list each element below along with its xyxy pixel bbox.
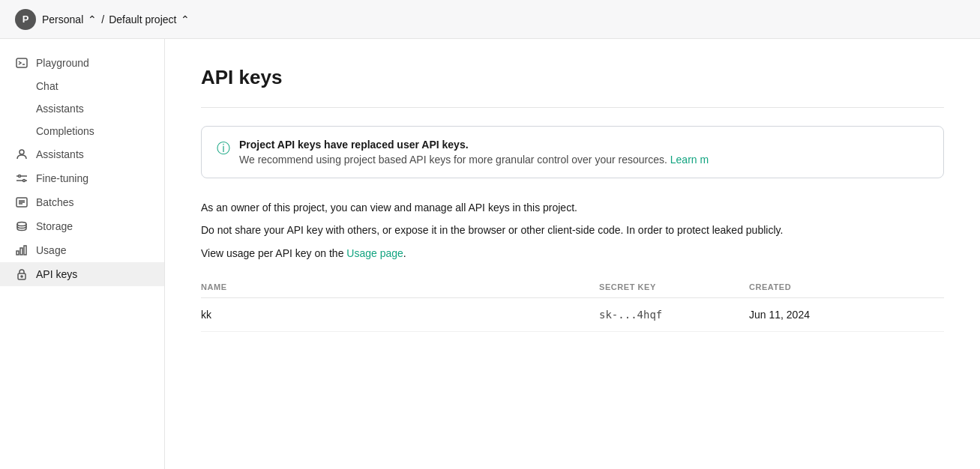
sidebar-item-label: Assistants: [36, 148, 84, 160]
desc-line-3: View usage per API key on the Usage page…: [201, 245, 944, 261]
col-created: CREATED: [749, 282, 884, 291]
info-icon: ⓘ: [217, 139, 230, 166]
row-created: Jun 11, 2024: [749, 309, 884, 321]
sidebar-item-label: Storage: [36, 220, 73, 232]
top-bar: P Personal ⌃ / Default project ⌃: [0, 0, 980, 39]
sidebar-item-assistants[interactable]: Assistants: [0, 142, 164, 166]
sidebar-item-api-keys[interactable]: API keys: [0, 262, 164, 286]
svg-point-6: [23, 180, 25, 182]
storage-icon: [15, 220, 28, 233]
svg-rect-15: [20, 248, 22, 255]
svg-rect-17: [18, 273, 25, 279]
workspace-name[interactable]: Personal: [42, 13, 83, 25]
col-name: NAME: [201, 282, 599, 291]
sidebar-item-playground[interactable]: Playground: [0, 51, 164, 75]
sidebar-item-label: Fine-tuning: [36, 172, 88, 184]
breadcrumb-separator: /: [101, 13, 104, 25]
sidebar-item-completions[interactable]: Completions: [0, 120, 164, 142]
svg-rect-14: [16, 251, 19, 255]
workspace-avatar: P: [15, 9, 36, 30]
sidebar-item-label: Completions: [36, 125, 94, 137]
sidebar-item-usage[interactable]: Usage: [0, 238, 164, 262]
table-header: NAME SECRET KEY CREATED: [201, 276, 944, 298]
sidebar-item-batches[interactable]: Batches: [0, 190, 164, 214]
sidebar-item-storage[interactable]: Storage: [0, 214, 164, 238]
usage-page-link[interactable]: Usage page: [346, 247, 403, 259]
svg-point-18: [21, 276, 22, 277]
bar-chart-icon: [15, 243, 28, 257]
svg-rect-16: [24, 246, 26, 255]
banner-bold: Project API keys have replaced user API …: [239, 139, 469, 151]
row-secret-key: sk-...4hqf: [599, 309, 749, 321]
api-keys-table: NAME SECRET KEY CREATED kk sk-...4hqf Ju…: [201, 276, 944, 332]
svg-point-2: [19, 150, 24, 154]
sidebar-item-label: API keys: [36, 268, 77, 280]
description-block: As an owner of this project, you can vie…: [201, 199, 944, 261]
lock-icon: [15, 267, 28, 281]
sidebar: Playground Chat Assistants Completions A…: [0, 39, 165, 469]
info-banner: ⓘ Project API keys have replaced user AP…: [201, 126, 944, 178]
banner-body: We recommend using project based API key…: [239, 154, 709, 166]
banner-text: Project API keys have replaced user API …: [239, 139, 709, 166]
svg-point-3: [19, 175, 21, 178]
page-title: API keys: [201, 66, 944, 89]
sidebar-item-assistants-sub[interactable]: Assistants: [0, 97, 164, 120]
col-actions: [884, 282, 944, 291]
sidebar-item-chat[interactable]: Chat: [0, 75, 164, 97]
svg-point-13: [17, 223, 26, 226]
breadcrumb-chevron: ⌃: [88, 13, 97, 25]
project-name[interactable]: Default project: [109, 13, 176, 25]
col-secret-key: SECRET KEY: [599, 282, 749, 291]
desc-line-1: As an owner of this project, you can vie…: [201, 199, 944, 216]
divider: [201, 107, 944, 108]
sidebar-item-label: Chat: [36, 80, 58, 92]
list-icon: [15, 196, 28, 209]
sidebar-item-fine-tuning[interactable]: Fine-tuning: [0, 166, 164, 190]
sidebar-item-label: Usage: [36, 244, 66, 256]
sidebar-item-label: Playground: [36, 57, 89, 69]
row-name: kk: [201, 309, 599, 321]
banner-link[interactable]: Learn m: [670, 154, 709, 166]
main-content: API keys ⓘ Project API keys have replace…: [165, 39, 980, 469]
desc-line-2: Do not share your API key with others, o…: [201, 222, 944, 238]
layout: Playground Chat Assistants Completions A…: [0, 39, 980, 469]
sidebar-item-label: Batches: [36, 196, 74, 208]
sidebar-item-label: Assistants: [36, 103, 84, 115]
table-row: kk sk-...4hqf Jun 11, 2024: [201, 298, 944, 332]
breadcrumb: Personal ⌃ / Default project ⌃: [42, 13, 190, 25]
terminal-icon: [15, 56, 28, 70]
tune-icon: [15, 172, 28, 185]
project-chevron: ⌃: [181, 13, 190, 25]
person-icon: [15, 148, 28, 161]
